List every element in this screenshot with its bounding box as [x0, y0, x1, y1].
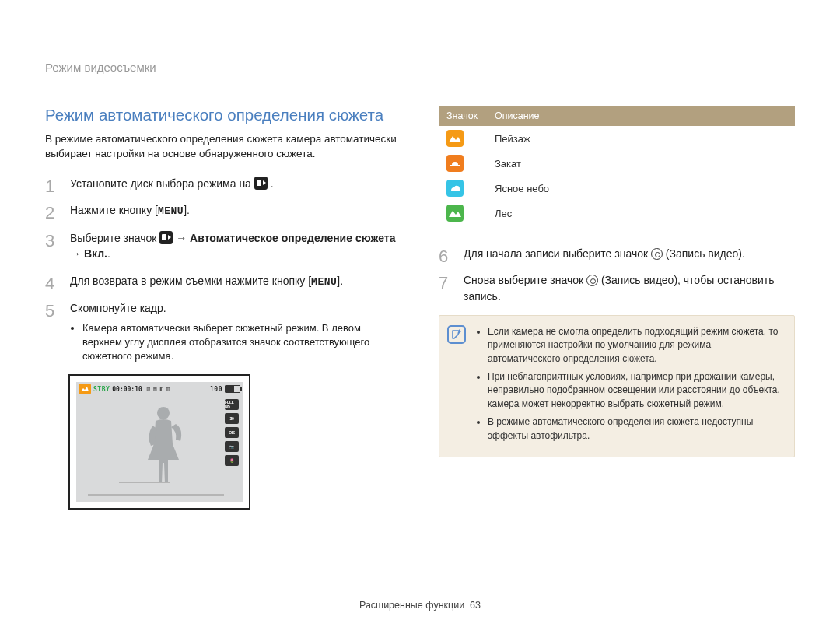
side-chip: 🌷 — [225, 455, 239, 466]
row-desc: Пейзаж — [487, 126, 795, 151]
camcorder-icon — [254, 177, 268, 190]
step-4-post: ]. — [337, 275, 343, 287]
step-6-mid: (Запись видео). — [663, 247, 745, 260]
record-icon — [586, 275, 598, 286]
clear-sky-icon — [446, 180, 464, 197]
lcd-topbar: STBY 00:00:10 ▧ ▤ ◧ ▥ 100 — [76, 382, 243, 396]
section-title: Режим автоматического определения сюжета — [45, 106, 401, 124]
lcd-baseline — [119, 482, 170, 483]
steps-list-a: Установите диск выбора режима на . Нажми… — [45, 176, 401, 363]
svg-point-0 — [157, 407, 170, 419]
table-row: Пейзаж — [439, 126, 795, 151]
side-chip: FULL HD — [225, 399, 239, 410]
scene-icon — [79, 384, 91, 394]
intro-text: В режиме автоматического определения сюж… — [45, 132, 401, 162]
step-5: Скомпонуйте кадр. Камера автоматически в… — [45, 300, 401, 363]
step-2: Нажмите кнопку [MENU]. — [45, 202, 401, 219]
batt-label: 100 — [210, 386, 222, 393]
scene-icon-table: Значок Описание Пейзаж Закат Ясное небо — [439, 106, 795, 226]
steps-list-b: Для начала записи выберите значок (Запис… — [439, 246, 795, 304]
side-chip: 30 — [225, 413, 239, 424]
arrow: → — [173, 232, 190, 244]
lcd-side-icons: FULL HD 30 OIS 📷 🌷 — [223, 399, 240, 466]
note-item: При неблагоприятных условиях, например п… — [488, 370, 783, 411]
step-7: Снова выберите значок (Запись видео), чт… — [439, 272, 795, 304]
step-6-pre: Для начала записи выберите значок — [464, 247, 651, 260]
table-row: Закат — [439, 151, 795, 176]
camera-screen-preview: STBY 00:00:10 ▧ ▤ ◧ ▥ 100 FULL HD 30 OIS… — [68, 374, 250, 510]
th-desc: Описание — [487, 106, 795, 126]
step-3-pre: Выберите значок — [70, 232, 159, 244]
side-chip: 📷 — [225, 441, 239, 452]
page-footer: Расширенные функции 63 — [0, 600, 840, 611]
step-4: Для возврата в режим съемки нажмите кноп… — [45, 273, 401, 290]
landscape-icon — [446, 130, 464, 147]
step-2-pre: Нажмите кнопку [ — [70, 204, 158, 216]
note-box: Если камера не смогла определить подходя… — [439, 315, 795, 457]
camcorder-icon — [159, 231, 173, 244]
table-row: Лес — [439, 201, 795, 226]
step-7-pre: Снова выберите значок — [464, 274, 586, 286]
right-column: Значок Описание Пейзаж Закат Ясное небо — [439, 106, 795, 510]
step-5-text: Скомпонуйте кадр. — [70, 302, 166, 314]
step-6: Для начала записи выберите значок (Запис… — [439, 246, 795, 261]
note-icon — [447, 325, 466, 344]
note-item: В режиме автоматического определения сюж… — [488, 415, 783, 443]
lcd-time: 00:00:10 — [112, 386, 142, 393]
record-icon — [651, 248, 663, 260]
footer-section: Расширенные функции — [359, 600, 464, 611]
note-item: Если камера не смогла определить подходя… — [488, 325, 783, 366]
step-1-text: Установите диск выбора режима на — [70, 177, 254, 190]
side-chip: OIS — [225, 427, 239, 438]
breadcrumb: Режим видеосъемки — [45, 61, 795, 79]
step-1: Установите диск выбора режима на . — [45, 176, 401, 191]
th-icon: Значок — [439, 106, 487, 126]
stby-label: STBY — [93, 386, 110, 393]
step-5-bullet: Камера автоматически выберет сюжетный ре… — [82, 321, 401, 364]
step-4-pre: Для возврата в режим съемки нажмите кноп… — [70, 275, 311, 287]
left-column: Режим автоматического определения сюжета… — [45, 106, 401, 510]
battery-icon — [225, 385, 240, 393]
menu-label: MENU — [158, 205, 184, 217]
table-row: Ясное небо — [439, 176, 795, 201]
menu-label: MENU — [311, 276, 337, 288]
row-desc: Закат — [487, 151, 795, 176]
footer-page-number: 63 — [470, 600, 481, 611]
step-3-tail: . — [107, 247, 110, 260]
svg-rect-1 — [450, 165, 460, 166]
row-desc: Лес — [487, 201, 795, 226]
subject-silhouette-icon — [145, 405, 184, 486]
step-3: Выберите значок → Автоматическое определ… — [45, 230, 401, 262]
sunset-icon — [446, 155, 464, 172]
row-desc: Ясное небо — [487, 176, 795, 201]
forest-icon — [446, 205, 464, 222]
lcd-top-icons: ▧ ▤ ◧ ▥ — [147, 386, 170, 392]
step-2-post: ]. — [184, 204, 190, 216]
